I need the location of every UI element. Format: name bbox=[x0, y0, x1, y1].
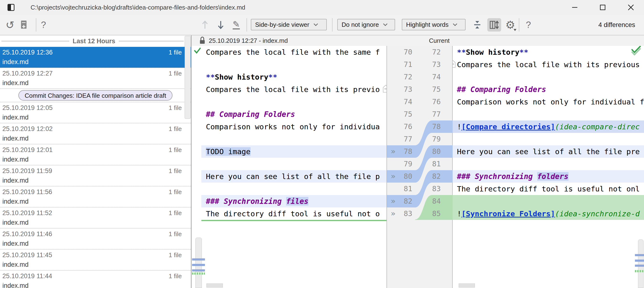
checkmark-icon bbox=[194, 47, 201, 54]
history-entry[interactable]: 25.10.2019 11:461 fileindex.md bbox=[0, 228, 191, 249]
fold-marker-icon[interactable] bbox=[453, 60, 456, 68]
settings-button[interactable]: ⚙ bbox=[504, 15, 517, 35]
collapse-unchanged-button[interactable] bbox=[471, 15, 484, 35]
code-segment: ## Comparing Folders bbox=[457, 85, 546, 94]
rollback-button[interactable]: ↺ bbox=[4, 15, 16, 35]
window-title: C:\projects\vojtechruzicka-blog\drafts\i… bbox=[30, 0, 245, 15]
diff-line[interactable]: ![Synchronize Folders](idea-synchronize-… bbox=[457, 207, 640, 220]
document-plus-icon bbox=[20, 20, 28, 30]
history-entry-time: 25.10.2019 11:56 bbox=[2, 188, 52, 196]
right-line-number: 80 bbox=[415, 145, 453, 158]
history-entry[interactable]: 25.10.2019 11:591 fileindex.md bbox=[0, 165, 191, 186]
help-button[interactable]: ? bbox=[38, 15, 49, 35]
right-editor-pane[interactable]: **Show history**Compares the local file … bbox=[453, 46, 644, 288]
history-entry-count: 1 file bbox=[169, 230, 182, 238]
minimize-button[interactable] bbox=[564, 0, 586, 15]
code-segment: Show history bbox=[466, 48, 519, 56]
diff-line[interactable]: Here you can see list of all the file pr… bbox=[457, 145, 640, 158]
diff-line[interactable]: Compares the local file with its previo bbox=[206, 83, 380, 96]
diff-line[interactable]: Compares the local file with the same f bbox=[206, 46, 380, 58]
history-entry[interactable]: 25.10.2019 12:361 fileindex.md bbox=[0, 47, 191, 68]
right-line-number: 79 bbox=[415, 133, 453, 145]
history-entry[interactable]: 25.10.2019 12:271 fileindex.md bbox=[0, 68, 191, 89]
maximize-icon bbox=[600, 4, 606, 11]
history-entry[interactable]: 25.10.2019 11:451 fileindex.md bbox=[0, 249, 191, 270]
diff-line[interactable]: TODO image bbox=[206, 145, 250, 158]
history-entry[interactable]: 25.10.2019 11:521 fileindex.md bbox=[0, 207, 191, 228]
next-difference-button[interactable] bbox=[215, 15, 226, 35]
history-entry-time: 25.10.2019 12:36 bbox=[2, 49, 52, 56]
code-segment: ### Synchronizing bbox=[206, 197, 286, 205]
code-segment: Here you can see list of all the file p bbox=[206, 172, 380, 181]
diff-line[interactable]: Here you can see list of all the file p bbox=[206, 170, 380, 183]
code-segment: ** bbox=[519, 48, 528, 56]
history-entry-count: 1 file bbox=[169, 104, 182, 112]
title-bar: C:\projects\vojtechruzicka-blog\drafts\i… bbox=[0, 0, 644, 15]
diff-line[interactable]: Comparison works not only for individua bbox=[206, 120, 380, 133]
diff-line[interactable]: Compares the local file with its previou… bbox=[457, 58, 640, 71]
fold-marker-icon[interactable] bbox=[383, 85, 386, 93]
sync-scrolling-toggle[interactable] bbox=[487, 18, 501, 32]
viewer-mode-dropdown[interactable]: Side-by-side viewer bbox=[251, 19, 327, 30]
right-line-number: 76 bbox=[415, 96, 453, 108]
help-icon: ? bbox=[526, 20, 531, 30]
diff-line[interactable]: The directory diff tool is useful not o bbox=[206, 207, 380, 220]
history-entry-file: index.md bbox=[2, 156, 29, 163]
right-editor-vertical-scrollbar[interactable] bbox=[638, 239, 644, 288]
history-entry[interactable]: 25.10.2019 12:051 fileindex.md bbox=[0, 102, 191, 123]
highlight-mode-dropdown[interactable]: Highlight words bbox=[402, 19, 466, 30]
right-line-number: 82 bbox=[415, 170, 453, 183]
diff-line[interactable]: ## Comparing Folders bbox=[206, 108, 295, 120]
edit-source-button[interactable]: ✎ bbox=[230, 15, 242, 35]
toolbar-separator bbox=[332, 18, 332, 32]
right-editor-horizontal-scrollbar[interactable] bbox=[459, 283, 475, 287]
history-entry-file: index.md bbox=[2, 58, 29, 66]
code-segment: ! bbox=[457, 122, 462, 131]
history-entry[interactable]: 25.10.2019 11:561 fileindex.md bbox=[0, 186, 191, 207]
chevron-down-icon bbox=[383, 23, 388, 26]
diff-line[interactable]: **Show history** bbox=[457, 46, 528, 58]
diff-line[interactable]: ![Compare directories](idea-compare-dire… bbox=[457, 120, 640, 133]
left-editor-vertical-scrollbar[interactable] bbox=[196, 237, 202, 288]
history-entry-count: 1 file bbox=[169, 272, 182, 280]
previous-difference-button[interactable] bbox=[199, 15, 211, 35]
local-history-diff-window: C:\projects\vojtechruzicka-blog\drafts\i… bbox=[0, 0, 644, 288]
diff-line[interactable]: ## Comparing Folders bbox=[457, 83, 546, 96]
inspections-ok-icon[interactable] bbox=[630, 46, 642, 56]
ignore-policy-dropdown[interactable]: Do not ignore bbox=[337, 19, 395, 30]
lock-icon bbox=[199, 36, 206, 45]
history-entry-file: index.md bbox=[2, 240, 29, 247]
diff-line-highlight bbox=[453, 195, 644, 207]
left-line-number: 83 bbox=[387, 207, 412, 220]
history-entry-count: 1 file bbox=[169, 49, 182, 56]
diff-line[interactable]: Comparison works not only for individual… bbox=[457, 96, 644, 108]
history-entry[interactable]: 25.10.2019 11:441 fileindex.md bbox=[0, 270, 191, 288]
history-entry-count: 1 file bbox=[169, 146, 182, 154]
help-button-2[interactable]: ? bbox=[522, 15, 534, 35]
maximize-button[interactable] bbox=[592, 0, 614, 15]
history-entry-count: 1 file bbox=[169, 209, 182, 217]
sidebar-scrollbar-thumb[interactable] bbox=[185, 36, 190, 119]
left-editor-pane[interactable]: Compares the local file with the same f*… bbox=[192, 46, 386, 288]
diff-line[interactable]: ### Synchronizing folders bbox=[457, 170, 568, 183]
commit-label: Commit Changes: IDEA file comparison art… bbox=[18, 90, 172, 101]
code-segment: files bbox=[286, 197, 308, 205]
minimize-icon bbox=[572, 4, 578, 11]
history-entry-time: 25.10.2019 11:59 bbox=[2, 167, 52, 175]
diff-line[interactable]: The directory diff tool is useful not on… bbox=[457, 183, 640, 195]
create-patch-button[interactable] bbox=[18, 15, 30, 35]
history-entry[interactable]: 25.10.2019 12:021 fileindex.md bbox=[0, 123, 191, 144]
right-line-number: 85 bbox=[415, 207, 453, 220]
left-line-number: 77 bbox=[387, 133, 412, 145]
history-entry-time: 25.10.2019 11:45 bbox=[2, 251, 52, 259]
code-segment: ** bbox=[268, 73, 277, 81]
history-entry[interactable]: 25.10.2019 12:011 fileindex.md bbox=[0, 144, 191, 165]
history-list: 25.10.2019 12:361 fileindex.md25.10.2019… bbox=[0, 47, 191, 288]
right-line-number: 84 bbox=[415, 195, 453, 207]
diff-line[interactable]: **Show history** bbox=[206, 71, 277, 83]
history-entry-file: index.md bbox=[2, 135, 29, 142]
right-line-number: 81 bbox=[415, 158, 453, 170]
close-button[interactable] bbox=[620, 0, 642, 15]
left-editor-horizontal-scrollbar[interactable] bbox=[206, 283, 223, 287]
diff-line[interactable]: ### Synchronizing files bbox=[206, 195, 308, 207]
